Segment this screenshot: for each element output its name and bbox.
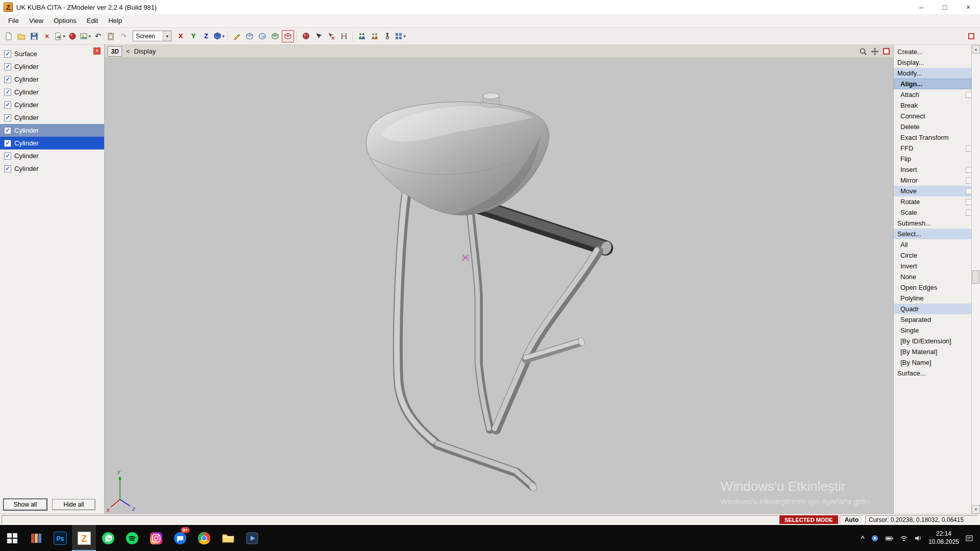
scene-object-row[interactable]: ✓ Surface	[0, 47, 104, 60]
taskbar-app-photoshop[interactable]: Ps	[48, 525, 72, 551]
taskbar-app-messages[interactable]: 9+	[168, 525, 192, 551]
command-item[interactable]: Scale	[894, 207, 971, 218]
visibility-checkbox[interactable]: ✓	[4, 51, 11, 58]
taskbar-app-zmodeler[interactable]: Z	[72, 525, 96, 551]
scene-object-row[interactable]: ✓ Cylinder	[0, 60, 104, 73]
command-item[interactable]: Open Edges	[894, 282, 971, 293]
scene-object-row[interactable]: ✓ Cylinder	[0, 73, 104, 86]
command-item[interactable]: [By ID/Extension]	[894, 336, 971, 346]
viewport-canvas[interactable]: y x z Windows'u Etkinleştir Windows'u et…	[105, 58, 893, 514]
dropdown-icon[interactable]: ▾	[88, 34, 91, 39]
command-item[interactable]: Submesh...	[894, 218, 971, 229]
command-item[interactable]: Connect	[894, 111, 971, 121]
taskbar-app-whatsapp[interactable]	[96, 525, 120, 551]
maximize-view-icon[interactable]	[883, 47, 890, 55]
undo-button[interactable]: ↶	[92, 30, 104, 42]
close-button[interactable]: ×	[957, 0, 980, 14]
menu-item[interactable]: File	[3, 15, 24, 26]
visibility-checkbox[interactable]: ✓	[4, 89, 11, 96]
visibility-checkbox[interactable]: ✓	[4, 140, 11, 147]
animation-button[interactable]	[381, 30, 394, 42]
render-button[interactable]	[66, 30, 79, 42]
tray-chevron-icon[interactable]: ^	[861, 534, 865, 542]
battery-icon[interactable]	[885, 534, 894, 542]
materials-button[interactable]	[300, 30, 312, 42]
combo-arrow-icon[interactable]: ▾	[163, 31, 171, 41]
command-item[interactable]: Rotate	[894, 196, 971, 207]
submenu-indicator[interactable]	[966, 145, 971, 152]
taskbar-clock[interactable]: 22:14 10.08.2025	[928, 530, 959, 546]
deselect-tool-button[interactable]	[325, 30, 337, 42]
zoom-icon[interactable]	[859, 47, 867, 56]
visibility-checkbox[interactable]: ✓	[4, 114, 11, 121]
show-all-button[interactable]: Show all	[4, 499, 47, 510]
command-item[interactable]: FFD	[894, 143, 971, 154]
viewport-breadcrumb[interactable]: Display	[134, 47, 156, 55]
command-item[interactable]: Select...	[894, 229, 971, 239]
pan-icon[interactable]	[871, 47, 879, 56]
scene-object-row[interactable]: ✓ Cylinder	[0, 111, 104, 124]
command-item[interactable]: Exact Transform	[894, 132, 971, 143]
dropdown-icon[interactable]: ▾	[403, 34, 406, 39]
command-item[interactable]: Flip	[894, 154, 971, 164]
taskbar-app-explorer[interactable]	[216, 525, 240, 551]
coordsys-button[interactable]: ▾	[213, 30, 225, 42]
axis-z-button[interactable]: Z	[200, 30, 212, 42]
menu-item[interactable]: Options	[48, 15, 82, 26]
back-button[interactable]: <	[126, 47, 130, 55]
model-fuel-tank[interactable]	[366, 93, 549, 215]
volume-icon[interactable]	[914, 534, 922, 542]
view-mode-3d-button[interactable]: 3D	[108, 46, 122, 57]
model-frame-tubes[interactable]	[397, 194, 614, 493]
submenu-indicator[interactable]	[966, 188, 971, 194]
command-item[interactable]: Align...	[894, 79, 971, 89]
command-item[interactable]: Attach	[894, 89, 971, 100]
axis-y-button[interactable]: Y	[187, 30, 200, 42]
command-item[interactable]: Modify...	[894, 68, 971, 79]
menu-item[interactable]: Help	[103, 15, 127, 26]
scroll-down-button[interactable]: ▼	[972, 505, 980, 514]
visibility-checkbox[interactable]: ✓	[4, 63, 11, 70]
panel-close-button[interactable]: ×	[93, 47, 101, 55]
submenu-indicator[interactable]	[966, 167, 971, 173]
command-item[interactable]: Delete	[894, 121, 971, 132]
tray-app-icon[interactable]	[871, 534, 879, 542]
command-item[interactable]: None	[894, 271, 971, 282]
scene-object-row[interactable]: ✓ Cylinder	[0, 98, 104, 111]
scroll-up-button[interactable]: ▲	[972, 45, 980, 54]
command-item[interactable]: Polyline	[894, 293, 971, 304]
clipboard-button[interactable]	[105, 30, 117, 42]
visibility-checkbox[interactable]: ✓	[4, 76, 11, 83]
visibility-checkbox[interactable]: ✓	[4, 153, 11, 160]
wifi-icon[interactable]	[900, 534, 908, 542]
submenu-indicator[interactable]	[966, 210, 971, 216]
scene-object-row[interactable]: ✓ Cylinder	[0, 137, 104, 149]
view-mode-select[interactable]: Screen ▾	[133, 31, 172, 41]
visibility-checkbox[interactable]: ✓	[4, 165, 11, 172]
start-button[interactable]	[0, 525, 24, 551]
scene-object-row[interactable]: ✓ Cylinder	[0, 149, 104, 162]
command-item[interactable]: Invert	[894, 261, 971, 271]
redo-button[interactable]: ↷	[117, 30, 130, 42]
command-item[interactable]: Separated	[894, 314, 971, 325]
command-item[interactable]: Quadr	[894, 304, 971, 314]
new-file-button[interactable]	[3, 30, 15, 42]
texture-button[interactable]: ▾	[79, 30, 91, 42]
scene-object-row[interactable]: ✓ Cylinder	[0, 162, 104, 175]
faces-mode-button[interactable]	[256, 30, 268, 42]
taskbar-app-spotify[interactable]	[120, 525, 144, 551]
select-tool-button[interactable]	[312, 30, 325, 42]
objects-mode-button[interactable]	[282, 30, 294, 42]
edges-mode-button[interactable]	[243, 30, 256, 42]
command-item[interactable]: Single	[894, 325, 971, 336]
panel-toggle-button[interactable]	[965, 30, 977, 42]
maximize-button[interactable]: □	[933, 0, 957, 14]
visibility-checkbox[interactable]: ✓	[4, 102, 11, 109]
command-panel-scrollbar[interactable]: ▲ ▼	[971, 45, 980, 514]
submenu-indicator[interactable]	[966, 92, 971, 98]
open-file-button[interactable]	[15, 30, 28, 42]
command-item[interactable]: Move	[894, 186, 971, 196]
skeleton-button[interactable]	[369, 30, 381, 42]
taskbar-app-media[interactable]	[240, 525, 264, 551]
submenu-indicator[interactable]	[966, 199, 971, 205]
